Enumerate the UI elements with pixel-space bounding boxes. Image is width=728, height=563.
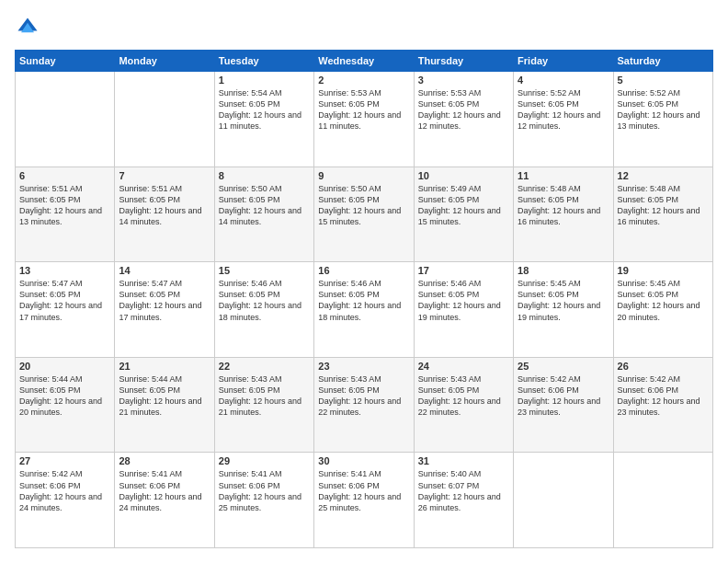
cell-content: Sunrise: 5:42 AMSunset: 6:06 PMDaylight:… xyxy=(518,373,609,419)
weekday-header: Monday xyxy=(115,51,214,72)
calendar-cell: 8Sunrise: 5:50 AMSunset: 6:05 PMDaylight… xyxy=(214,167,313,262)
day-number: 1 xyxy=(219,75,310,86)
cell-content: Sunrise: 5:42 AMSunset: 6:06 PMDaylight:… xyxy=(19,468,110,513)
day-number: 8 xyxy=(219,170,310,181)
calendar-cell: 25Sunrise: 5:42 AMSunset: 6:06 PMDayligh… xyxy=(514,357,613,453)
calendar-cell: 28Sunrise: 5:41 AMSunset: 6:06 PMDayligh… xyxy=(115,453,214,548)
calendar-cell: 17Sunrise: 5:46 AMSunset: 6:05 PMDayligh… xyxy=(414,262,513,358)
calendar-cell: 12Sunrise: 5:48 AMSunset: 6:05 PMDayligh… xyxy=(613,167,712,262)
calendar-week-row: 1Sunrise: 5:54 AMSunset: 6:05 PMDaylight… xyxy=(16,72,713,167)
day-number: 20 xyxy=(19,361,110,372)
cell-content: Sunrise: 5:49 AMSunset: 6:05 PMDaylight:… xyxy=(418,183,509,228)
calendar-cell: 31Sunrise: 5:40 AMSunset: 6:07 PMDayligh… xyxy=(414,453,513,548)
day-number: 2 xyxy=(318,75,409,86)
weekday-header: Sunday xyxy=(16,51,115,72)
day-number: 9 xyxy=(318,170,409,181)
day-number: 21 xyxy=(119,361,210,372)
cell-content: Sunrise: 5:41 AMSunset: 6:06 PMDaylight:… xyxy=(219,468,310,513)
calendar-cell: 23Sunrise: 5:43 AMSunset: 6:05 PMDayligh… xyxy=(314,357,414,453)
cell-content: Sunrise: 5:41 AMSunset: 6:06 PMDaylight:… xyxy=(318,468,409,513)
day-number: 18 xyxy=(518,265,609,276)
day-number: 10 xyxy=(418,170,509,181)
cell-content: Sunrise: 5:52 AMSunset: 6:05 PMDaylight:… xyxy=(518,87,609,132)
day-number: 29 xyxy=(219,455,310,466)
day-number: 30 xyxy=(318,455,409,466)
day-number: 17 xyxy=(418,265,509,276)
calendar-cell: 27Sunrise: 5:42 AMSunset: 6:06 PMDayligh… xyxy=(16,453,115,548)
calendar-cell: 19Sunrise: 5:45 AMSunset: 6:05 PMDayligh… xyxy=(613,262,712,358)
cell-content: Sunrise: 5:46 AMSunset: 6:05 PMDaylight:… xyxy=(418,278,509,323)
header xyxy=(15,15,713,40)
calendar-cell: 3Sunrise: 5:53 AMSunset: 6:05 PMDaylight… xyxy=(414,72,513,167)
calendar-cell: 5Sunrise: 5:52 AMSunset: 6:05 PMDaylight… xyxy=(613,72,712,167)
cell-content: Sunrise: 5:46 AMSunset: 6:05 PMDaylight:… xyxy=(219,278,310,323)
weekday-header: Wednesday xyxy=(314,51,414,72)
calendar-cell xyxy=(613,453,712,548)
cell-content: Sunrise: 5:40 AMSunset: 6:07 PMDaylight:… xyxy=(418,468,509,513)
calendar-cell: 14Sunrise: 5:47 AMSunset: 6:05 PMDayligh… xyxy=(115,262,214,358)
calendar-cell: 15Sunrise: 5:46 AMSunset: 6:05 PMDayligh… xyxy=(214,262,313,358)
cell-content: Sunrise: 5:52 AMSunset: 6:05 PMDaylight:… xyxy=(618,87,709,132)
day-number: 5 xyxy=(618,75,709,86)
calendar-cell: 11Sunrise: 5:48 AMSunset: 6:05 PMDayligh… xyxy=(514,167,613,262)
cell-content: Sunrise: 5:41 AMSunset: 6:06 PMDaylight:… xyxy=(119,468,210,513)
calendar-week-row: 13Sunrise: 5:47 AMSunset: 6:05 PMDayligh… xyxy=(16,262,713,358)
calendar-table: SundayMondayTuesdayWednesdayThursdayFrid… xyxy=(15,50,713,548)
day-number: 12 xyxy=(618,170,709,181)
cell-content: Sunrise: 5:53 AMSunset: 6:05 PMDaylight:… xyxy=(318,87,409,132)
cell-content: Sunrise: 5:54 AMSunset: 6:05 PMDaylight:… xyxy=(219,87,310,132)
logo-icon xyxy=(15,15,40,40)
cell-content: Sunrise: 5:47 AMSunset: 6:05 PMDaylight:… xyxy=(119,278,210,323)
day-number: 14 xyxy=(119,265,210,276)
calendar-cell xyxy=(16,72,115,167)
cell-content: Sunrise: 5:50 AMSunset: 6:05 PMDaylight:… xyxy=(318,183,409,228)
day-number: 13 xyxy=(19,265,110,276)
day-number: 15 xyxy=(219,265,310,276)
cell-content: Sunrise: 5:47 AMSunset: 6:05 PMDaylight:… xyxy=(19,278,110,323)
day-number: 4 xyxy=(518,75,609,86)
day-number: 26 xyxy=(618,361,709,372)
cell-content: Sunrise: 5:43 AMSunset: 6:05 PMDaylight:… xyxy=(418,373,509,419)
calendar-cell: 22Sunrise: 5:43 AMSunset: 6:05 PMDayligh… xyxy=(214,357,313,453)
cell-content: Sunrise: 5:46 AMSunset: 6:05 PMDaylight:… xyxy=(318,278,409,323)
cell-content: Sunrise: 5:45 AMSunset: 6:05 PMDaylight:… xyxy=(518,278,609,323)
weekday-header: Thursday xyxy=(414,51,513,72)
cell-content: Sunrise: 5:44 AMSunset: 6:05 PMDaylight:… xyxy=(119,373,210,419)
cell-content: Sunrise: 5:51 AMSunset: 6:05 PMDaylight:… xyxy=(19,183,110,228)
calendar-cell xyxy=(115,72,214,167)
day-number: 7 xyxy=(119,170,210,181)
weekday-header-row: SundayMondayTuesdayWednesdayThursdayFrid… xyxy=(16,51,713,72)
page: SundayMondayTuesdayWednesdayThursdayFrid… xyxy=(0,0,728,563)
cell-content: Sunrise: 5:42 AMSunset: 6:06 PMDaylight:… xyxy=(618,373,709,419)
day-number: 16 xyxy=(318,265,409,276)
calendar-cell: 24Sunrise: 5:43 AMSunset: 6:05 PMDayligh… xyxy=(414,357,513,453)
cell-content: Sunrise: 5:53 AMSunset: 6:05 PMDaylight:… xyxy=(418,87,509,132)
day-number: 3 xyxy=(418,75,509,86)
day-number: 31 xyxy=(418,455,509,466)
day-number: 6 xyxy=(19,170,110,181)
calendar-cell: 9Sunrise: 5:50 AMSunset: 6:05 PMDaylight… xyxy=(314,167,414,262)
calendar-cell: 20Sunrise: 5:44 AMSunset: 6:05 PMDayligh… xyxy=(16,357,115,453)
day-number: 19 xyxy=(618,265,709,276)
day-number: 11 xyxy=(518,170,609,181)
cell-content: Sunrise: 5:45 AMSunset: 6:05 PMDaylight:… xyxy=(618,278,709,323)
day-number: 22 xyxy=(219,361,310,372)
calendar-week-row: 27Sunrise: 5:42 AMSunset: 6:06 PMDayligh… xyxy=(16,453,713,548)
cell-content: Sunrise: 5:51 AMSunset: 6:05 PMDaylight:… xyxy=(119,183,210,228)
calendar-cell: 26Sunrise: 5:42 AMSunset: 6:06 PMDayligh… xyxy=(613,357,712,453)
day-number: 25 xyxy=(518,361,609,372)
calendar-week-row: 20Sunrise: 5:44 AMSunset: 6:05 PMDayligh… xyxy=(16,357,713,453)
logo xyxy=(15,15,44,40)
calendar-cell: 29Sunrise: 5:41 AMSunset: 6:06 PMDayligh… xyxy=(214,453,313,548)
cell-content: Sunrise: 5:43 AMSunset: 6:05 PMDaylight:… xyxy=(219,373,310,419)
cell-content: Sunrise: 5:48 AMSunset: 6:05 PMDaylight:… xyxy=(518,183,609,228)
cell-content: Sunrise: 5:50 AMSunset: 6:05 PMDaylight:… xyxy=(219,183,310,228)
day-number: 24 xyxy=(418,361,509,372)
cell-content: Sunrise: 5:48 AMSunset: 6:05 PMDaylight:… xyxy=(618,183,709,228)
calendar-cell: 2Sunrise: 5:53 AMSunset: 6:05 PMDaylight… xyxy=(314,72,414,167)
day-number: 23 xyxy=(318,361,409,372)
weekday-header: Saturday xyxy=(613,51,712,72)
cell-content: Sunrise: 5:43 AMSunset: 6:05 PMDaylight:… xyxy=(318,373,409,419)
weekday-header: Friday xyxy=(514,51,613,72)
calendar-cell: 6Sunrise: 5:51 AMSunset: 6:05 PMDaylight… xyxy=(16,167,115,262)
